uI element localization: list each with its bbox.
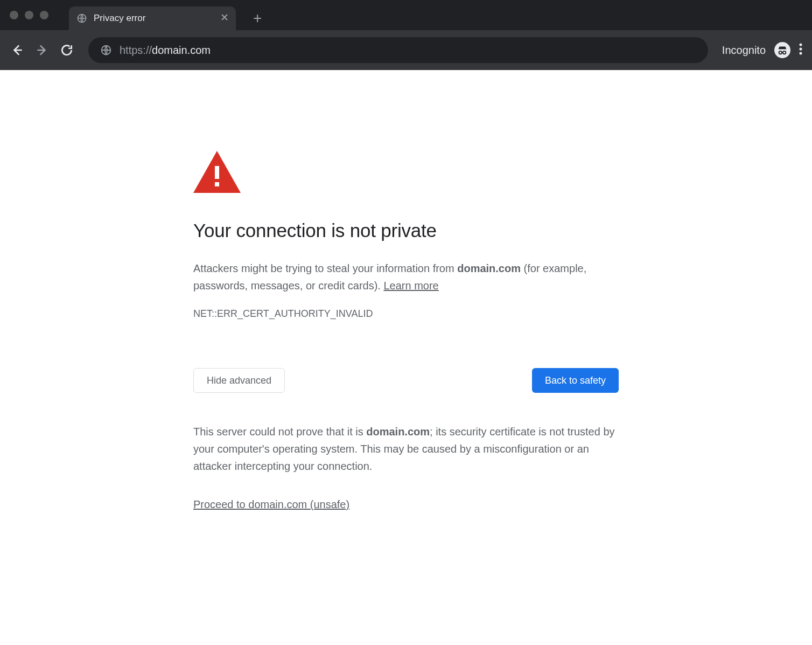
- error-description: Attackers might be trying to steal your …: [193, 260, 619, 294]
- error-code: NET::ERR_CERT_AUTHORITY_INVALID: [193, 308, 619, 320]
- close-window-dot[interactable]: [10, 11, 18, 19]
- ssl-error-interstitial: Your connection is not private Attackers…: [193, 151, 619, 511]
- incognito-icon[interactable]: [774, 42, 790, 58]
- url-scheme: https://: [120, 44, 152, 57]
- back-button[interactable]: [10, 43, 25, 58]
- adv-domain: domain.com: [366, 426, 430, 438]
- proceed-unsafe-link[interactable]: Proceed to domain.com (unsafe): [193, 498, 349, 510]
- tab-strip: Privacy error +: [0, 0, 812, 30]
- desc-domain: domain.com: [457, 262, 521, 274]
- incognito-label: Incognito: [722, 44, 766, 57]
- warning-triangle-icon: [193, 151, 619, 193]
- globe-icon: [76, 13, 87, 24]
- forward-button[interactable]: [34, 43, 50, 58]
- svg-point-5: [800, 47, 802, 50]
- hide-advanced-button[interactable]: Hide advanced: [193, 368, 285, 393]
- adv-prefix: This server could not prove that it is: [193, 426, 366, 438]
- learn-more-link[interactable]: Learn more: [383, 280, 438, 292]
- toolbar: https://domain.com Incognito: [0, 30, 812, 70]
- svg-point-6: [800, 52, 802, 54]
- new-tab-button[interactable]: +: [253, 10, 262, 27]
- page-content: Your connection is not private Attackers…: [0, 70, 812, 511]
- svg-point-3: [783, 51, 786, 54]
- svg-rect-8: [215, 182, 219, 186]
- url-text: https://domain.com: [120, 44, 211, 57]
- toolbar-right: Incognito: [722, 42, 802, 58]
- window-controls[interactable]: [10, 11, 48, 19]
- url-host: domain.com: [152, 44, 211, 57]
- site-info-icon[interactable]: [100, 44, 112, 56]
- reload-button[interactable]: [59, 43, 74, 58]
- svg-point-4: [800, 43, 802, 46]
- browser-chrome: Privacy error + https://domain.com Incog…: [0, 0, 812, 70]
- back-to-safety-button[interactable]: Back to safety: [532, 368, 619, 393]
- maximize-window-dot[interactable]: [40, 11, 48, 19]
- address-bar[interactable]: https://domain.com: [88, 37, 708, 63]
- button-row: Hide advanced Back to safety: [193, 368, 619, 393]
- error-heading: Your connection is not private: [193, 220, 619, 241]
- desc-prefix: Attackers might be trying to steal your …: [193, 262, 457, 274]
- svg-rect-7: [215, 166, 219, 179]
- advanced-description: This server could not prove that it is d…: [193, 423, 619, 475]
- minimize-window-dot[interactable]: [25, 11, 33, 19]
- menu-button[interactable]: [799, 43, 802, 58]
- close-tab-icon[interactable]: [221, 13, 228, 24]
- tab-title: Privacy error: [94, 13, 145, 24]
- svg-point-2: [779, 51, 782, 54]
- browser-tab[interactable]: Privacy error: [69, 6, 236, 30]
